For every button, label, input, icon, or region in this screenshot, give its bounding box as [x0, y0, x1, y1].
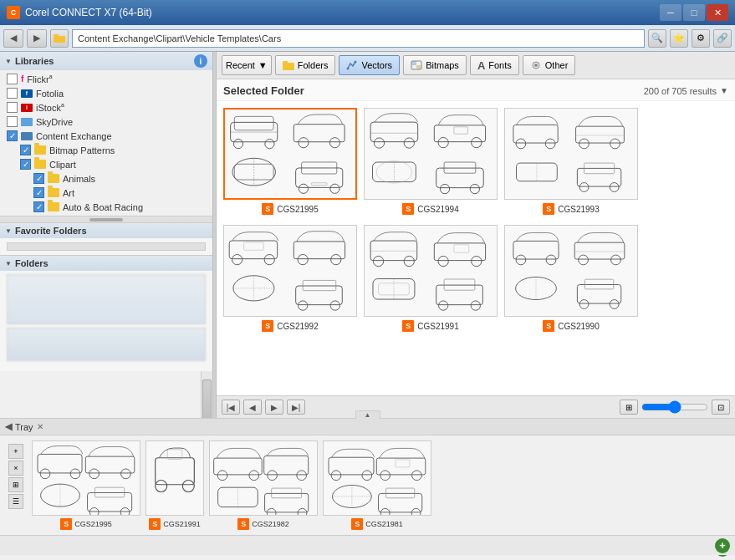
grid-thumb-cgs21990[interactable] — [504, 225, 638, 317]
grid-item-cgs21995[interactable]: S CGS21995 — [223, 108, 357, 215]
fav-scrollbar[interactable] — [7, 242, 206, 251]
grid-thumb-cgs21991[interactable] — [364, 225, 498, 317]
folders-title: Folders — [15, 258, 48, 268]
folder-icon-btn[interactable] — [50, 29, 69, 48]
vectors-btn[interactable]: Vectors — [339, 55, 400, 75]
grid-thumb-cgs21992[interactable] — [223, 225, 357, 317]
fotolia-checkbox[interactable] — [7, 88, 18, 99]
tray-thumb-3[interactable] — [209, 440, 318, 516]
sidebar-item-flickr[interactable]: f Flickra — [0, 72, 212, 86]
svg-point-17 — [299, 138, 309, 148]
svg-point-47 — [610, 139, 620, 149]
grid-item-cgs21993[interactable]: S CGS21993 — [504, 108, 638, 215]
svg-point-29 — [404, 138, 414, 148]
play-fwd-btn[interactable]: ▶ — [265, 400, 283, 415]
tray-s-badge-2: S — [149, 518, 161, 530]
svg-rect-12 — [234, 116, 273, 130]
tray-tab[interactable]: Tray — [15, 422, 33, 432]
search-button[interactable]: 🔍 — [648, 29, 666, 48]
folders-btn[interactable]: Folders — [275, 55, 336, 75]
clipart-checkbox[interactable] — [20, 159, 31, 170]
play-next-btn[interactable]: ▶| — [287, 400, 305, 415]
folders-scrollbar[interactable] — [201, 371, 212, 418]
grid-item-cgs21992[interactable]: S CGS21992 — [223, 225, 357, 332]
svg-point-83 — [471, 301, 480, 310]
connect-button[interactable]: 🔗 — [713, 29, 732, 48]
skydrive-checkbox[interactable] — [7, 116, 18, 127]
sidebar-item-skydrive[interactable]: SkyDrive — [0, 115, 212, 129]
sidebar-item-art[interactable]: Art — [0, 186, 212, 200]
sidebar-item-auto-boat[interactable]: Auto & Boat Racing — [0, 200, 212, 214]
sidebar-item-istock[interactable]: i iStocka — [0, 100, 212, 115]
sidebar-item-animals[interactable]: Animals — [0, 171, 212, 186]
svg-point-33 — [472, 137, 482, 147]
grid-view-btn[interactable]: ⊞ — [620, 400, 638, 415]
settings-button[interactable]: ⚙ — [692, 29, 710, 48]
tray-icon-2[interactable]: × — [8, 461, 23, 476]
svg-rect-3 — [283, 61, 288, 64]
close-button[interactable]: ✕ — [707, 4, 728, 21]
list-view-btn[interactable]: ⊡ — [712, 400, 730, 415]
folders-blurred — [0, 271, 212, 364]
svg-point-54 — [610, 183, 619, 192]
recent-dropdown[interactable]: Recent ▼ — [222, 55, 272, 75]
libraries-header[interactable]: ▼ Libraries i — [0, 52, 212, 70]
tray-thumb-cgs21995[interactable] — [32, 440, 140, 516]
grid-thumb-cgs21994[interactable] — [364, 108, 498, 200]
tray-item-3[interactable]: S CGS21982 — [209, 440, 318, 530]
grid-item-cgs21991[interactable]: S CGS21991 — [364, 225, 498, 332]
tray-item-2[interactable]: S CGS21991 — [145, 440, 204, 530]
tray-thumb-4[interactable] — [323, 440, 431, 516]
svg-rect-58 — [244, 242, 264, 250]
grid-thumb-cgs21993[interactable] — [504, 108, 638, 200]
back-button[interactable]: ◀ — [3, 29, 23, 48]
svg-point-114 — [217, 471, 227, 481]
sidebar-item-bitmap-patterns[interactable]: Bitmap Patterns — [0, 143, 212, 157]
minimize-button[interactable]: ─ — [660, 4, 681, 21]
favorites-button[interactable]: ⭐ — [670, 29, 688, 48]
play-prev-btn[interactable]: |◀ — [222, 400, 240, 415]
other-btn[interactable]: Other — [523, 55, 576, 75]
auto-boat-checkbox[interactable] — [33, 201, 44, 212]
grid-thumb-cgs21995[interactable] — [223, 108, 357, 200]
forward-button[interactable]: ▶ — [27, 29, 47, 48]
tray-item-4[interactable]: S CGS21981 — [323, 440, 431, 530]
tray-close-btn[interactable]: ✕ — [37, 422, 43, 431]
svg-rect-0 — [54, 36, 65, 43]
tray-thumb-2[interactable] — [145, 440, 204, 516]
bottom-controls: |◀ ◀ ▶ ▶| ⊞ ⊡ — [217, 395, 735, 418]
tray-icon-1[interactable]: + — [8, 444, 23, 459]
content-exchange-label: Content Exchange — [36, 131, 112, 141]
content-exchange-checkbox[interactable] — [7, 130, 18, 141]
maximize-button[interactable]: □ — [683, 4, 705, 21]
tray-icon-3[interactable]: ⊞ — [8, 477, 23, 492]
car-svg-3 — [505, 109, 637, 199]
zoom-slider[interactable] — [641, 401, 708, 413]
address-input[interactable] — [72, 29, 645, 48]
info-icon[interactable]: i — [194, 54, 207, 68]
folders-header[interactable]: ▼ Folders — [0, 256, 212, 271]
animals-checkbox[interactable] — [33, 173, 44, 184]
bitmaps-btn-label: Bitmaps — [426, 60, 459, 70]
tray-side-icons: + × ⊞ ☰ — [5, 440, 27, 512]
svg-point-13 — [233, 139, 242, 148]
fonts-btn[interactable]: A Fonts — [470, 55, 519, 75]
tray-add-btn[interactable]: + — [715, 538, 730, 553]
favorite-folders-header[interactable]: ▼ Favorite Folders — [0, 223, 212, 238]
play-back-btn[interactable]: ◀ — [243, 400, 262, 415]
bitmaps-btn[interactable]: Bitmaps — [403, 55, 467, 75]
bitmap-patterns-checkbox[interactable] — [20, 145, 31, 155]
tray-icon-4[interactable]: ☰ — [8, 494, 23, 509]
svg-point-4 — [347, 68, 350, 70]
grid-item-cgs21994[interactable]: S CGS21994 — [364, 108, 498, 215]
art-checkbox[interactable] — [33, 187, 44, 198]
filter-icon: ▼ — [720, 86, 728, 95]
sidebar-item-fotolia[interactable]: f Fotolia — [0, 86, 212, 100]
sidebar-item-clipart[interactable]: Clipart — [0, 157, 212, 171]
flickr-checkbox[interactable] — [7, 74, 18, 84]
grid-item-cgs21990[interactable]: S CGS21990 — [504, 225, 638, 332]
tray-item-cgs21995[interactable]: S CGS21995 — [32, 440, 140, 530]
istock-checkbox[interactable] — [7, 102, 18, 113]
tray-collapse-btn[interactable]: ▲ — [355, 410, 380, 419]
sidebar-item-content-exchange[interactable]: Content Exchange — [0, 129, 212, 143]
